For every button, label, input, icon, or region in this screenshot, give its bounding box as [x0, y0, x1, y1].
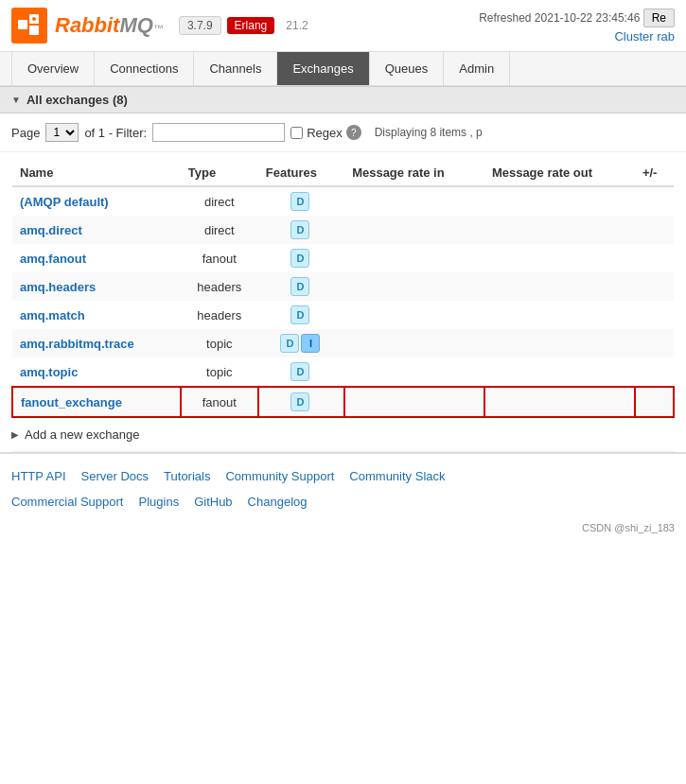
table-row: amq.rabbitmq.tracetopicDI	[12, 329, 674, 357]
exchange-type: topic	[181, 329, 258, 357]
erlang-badge: Erlang	[227, 17, 275, 34]
feature-badge: D	[290, 192, 309, 211]
svg-rect-0	[18, 20, 27, 29]
feature-badge: D	[280, 334, 299, 353]
exchange-name: amq.topic	[12, 357, 181, 387]
message-rate-out	[484, 272, 635, 301]
nav-overview[interactable]: Overview	[11, 52, 95, 85]
footer-link[interactable]: Plugins	[139, 491, 180, 513]
col-rate-in: Message rate in	[344, 160, 484, 186]
add-exchange-toggle[interactable]: ▶ Add a new exchange	[11, 427, 675, 442]
table-row: fanout_exchangefanoutD	[12, 387, 674, 417]
exchange-name: amq.rabbitmq.trace	[12, 329, 181, 357]
regex-checkbox[interactable]	[290, 127, 303, 139]
nav-bar: Overview Connections Channels Exchanges …	[0, 52, 686, 86]
exchange-actions	[635, 357, 674, 387]
footer-link[interactable]: Community Support	[225, 465, 334, 487]
exchange-actions	[635, 186, 674, 216]
message-rate-out	[484, 357, 635, 387]
display-info: Displaying 8 items , p	[375, 126, 483, 139]
footer-links-row1: HTTP APIServer DocsTutorialsCommunity Su…	[11, 465, 675, 487]
col-name: Name	[12, 160, 181, 186]
exchanges-table-wrap: Name Type Features Message rate in Messa…	[0, 160, 686, 418]
refresh-button[interactable]: Re	[643, 9, 675, 27]
footer-link[interactable]: Tutorials	[164, 465, 210, 487]
exchange-type: headers	[181, 272, 258, 301]
version-badge: 3.7.9	[179, 16, 221, 35]
exchange-name-link[interactable]: (AMQP default)	[20, 195, 109, 209]
version-badges: 3.7.9 Erlang	[179, 16, 274, 35]
col-features: Features	[258, 160, 344, 186]
nav-channels[interactable]: Channels	[194, 52, 277, 85]
exchange-type: fanout	[181, 244, 258, 272]
message-rate-in	[344, 357, 484, 387]
message-rate-in	[344, 244, 484, 272]
refreshed-text: Refreshed 2021-10-22 23:45:46	[479, 11, 640, 25]
exchange-features: D	[258, 216, 344, 244]
logo-text: RabbitMQ™	[55, 13, 164, 38]
col-type: Type	[181, 160, 258, 186]
exchange-type: fanout	[181, 387, 258, 417]
logo-area: RabbitMQ™ 3.7.9 Erlang 21.2	[11, 8, 308, 44]
exchange-name: (AMQP default)	[12, 186, 181, 216]
exchange-actions	[635, 329, 674, 357]
filter-input[interactable]	[152, 123, 285, 142]
exchange-name-link[interactable]: fanout_exchange	[21, 395, 122, 409]
exchange-name-link[interactable]: amq.headers	[20, 280, 96, 294]
table-row: amq.fanoutfanoutD	[12, 244, 674, 272]
table-row: amq.topictopicD	[12, 357, 674, 387]
exchange-features: D	[258, 272, 344, 301]
feature-badge: D	[290, 362, 309, 381]
regex-check: Regex ?	[290, 125, 361, 140]
col-rate-out: Message rate out	[484, 160, 635, 186]
message-rate-in	[344, 329, 484, 357]
header-right: Refreshed 2021-10-22 23:45:46 Re Cluster…	[479, 9, 675, 44]
footer-link[interactable]: HTTP API	[11, 465, 66, 487]
exchange-name-link[interactable]: amq.direct	[20, 223, 82, 237]
message-rate-in	[344, 387, 484, 417]
collapse-triangle-icon[interactable]: ▼	[11, 95, 21, 105]
pagination: Page 1 of 1 - Filter: Regex ? Displaying…	[0, 113, 686, 152]
footer-link[interactable]: GitHub	[194, 491, 232, 513]
exchange-name-link[interactable]: amq.topic	[20, 365, 78, 379]
message-rate-in	[344, 301, 484, 329]
exchange-name: amq.match	[12, 301, 181, 329]
svg-point-3	[32, 17, 36, 21]
exchange-features: D	[258, 244, 344, 272]
page-label: Page	[11, 126, 40, 140]
nav-connections[interactable]: Connections	[95, 52, 194, 85]
col-plusminus: +/-	[635, 160, 674, 186]
table-row: amq.matchheadersD	[12, 301, 674, 329]
exchange-features: DI	[258, 329, 344, 357]
footer-link[interactable]: Community Slack	[349, 465, 445, 487]
message-rate-out	[484, 186, 635, 216]
table-row: amq.directdirectD	[12, 216, 674, 244]
exchange-name-link[interactable]: amq.fanout	[20, 252, 86, 266]
nav-exchanges[interactable]: Exchanges	[277, 52, 369, 85]
message-rate-in	[344, 272, 484, 301]
footer-links: HTTP APIServer DocsTutorialsCommunity Su…	[0, 452, 686, 518]
exchange-actions	[635, 244, 674, 272]
feature-badge: D	[290, 392, 309, 411]
footer-link[interactable]: Server Docs	[81, 465, 150, 487]
cluster-info: Cluster rab	[479, 29, 675, 44]
page-select[interactable]: 1	[45, 123, 79, 142]
header: RabbitMQ™ 3.7.9 Erlang 21.2 Refreshed 20…	[0, 0, 686, 52]
exchange-actions	[635, 387, 674, 417]
footer-link[interactable]: Commercial Support	[11, 491, 124, 513]
exchanges-table: Name Type Features Message rate in Messa…	[11, 160, 675, 418]
feature-badge: D	[290, 277, 309, 296]
regex-label: Regex	[307, 126, 343, 140]
add-triangle-icon: ▶	[11, 429, 19, 440]
exchange-name-link[interactable]: amq.match	[20, 308, 85, 322]
regex-help-icon[interactable]: ?	[346, 125, 361, 140]
exchange-name: amq.fanout	[12, 244, 181, 272]
footer-link[interactable]: Changelog	[248, 491, 308, 513]
nav-admin[interactable]: Admin	[444, 52, 510, 85]
exchange-features: D	[258, 301, 344, 329]
feature-badge: D	[290, 305, 309, 324]
exchange-name-link[interactable]: amq.rabbitmq.trace	[20, 337, 134, 351]
nav-queues[interactable]: Queues	[370, 52, 445, 85]
message-rate-out	[484, 216, 635, 244]
exchange-type: topic	[181, 357, 258, 387]
